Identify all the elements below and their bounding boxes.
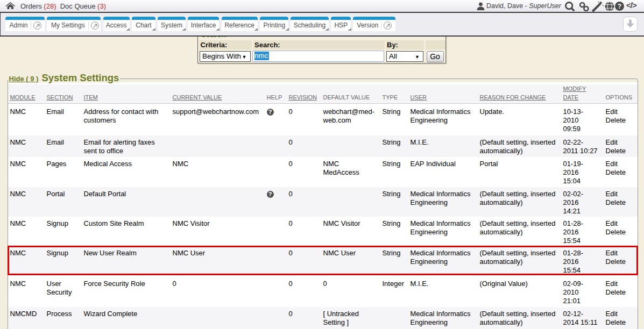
- svg-text:?: ?: [618, 3, 621, 10]
